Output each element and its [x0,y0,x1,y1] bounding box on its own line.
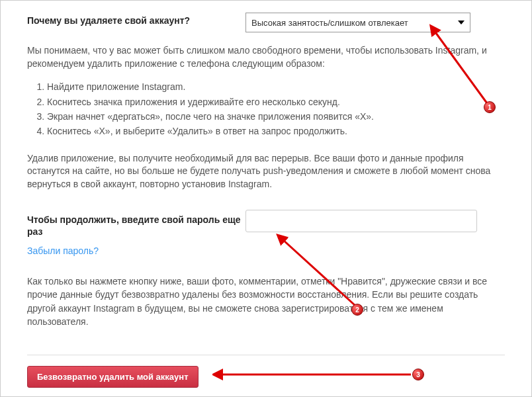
step-item: Экран начнет «дергаться», после чего на … [47,109,505,124]
reason-label: Почему вы удаляете свой аккаунт? [27,13,245,26]
forgot-password-link[interactable]: Забыли пароль? [27,245,99,256]
warning-text: Как только вы нажмете кнопку ниже, ваши … [27,275,505,328]
password-input[interactable] [245,210,477,232]
intro-text: Мы понимаем, что у вас может быть слишко… [27,44,505,70]
permanently-delete-button[interactable]: Безвозвратно удалить мой аккаунт [27,366,199,388]
step-item: Найдите приложение Instagram. [47,79,505,94]
uninstall-steps: Найдите приложение Instagram. Коснитесь … [47,79,505,139]
step-item: Коснитесь значка приложения и удерживайт… [47,95,505,109]
divider [27,355,505,355]
reason-select[interactable]: Высокая занятость/слишком отвлекает [245,13,470,32]
reason-row: Почему вы удаляете свой аккаунт? Высокая… [27,13,505,32]
delete-account-form: Почему вы удаляете свой аккаунт? Высокая… [1,1,531,397]
password-label: Чтобы продолжить, введите свой пароль ещ… [27,210,245,238]
step-item: Коснитесь «X», и выберите «Удалить» в от… [47,124,505,138]
password-row: Чтобы продолжить, введите свой пароль ещ… [27,210,505,238]
after-steps-text: Удалив приложение, вы получите необходим… [27,152,505,191]
